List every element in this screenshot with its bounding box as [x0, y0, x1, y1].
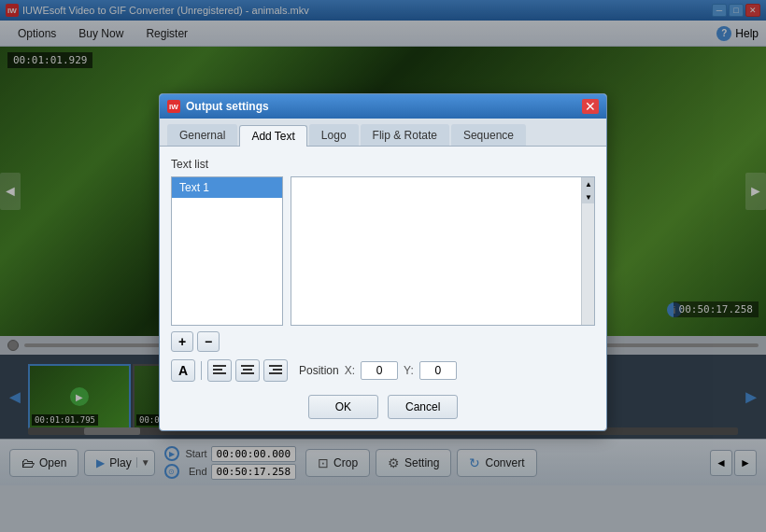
- tab-sequence[interactable]: Sequence: [451, 124, 526, 146]
- output-settings-dialog: IW Output settings ✕ Genernal Add Text L…: [159, 93, 607, 431]
- modal-tabs: Genernal Add Text Logo Flip & Rotate Seq…: [160, 119, 606, 147]
- align-left-button[interactable]: [207, 359, 232, 382]
- format-separator: [201, 361, 202, 380]
- svg-rect-8: [269, 372, 282, 374]
- svg-rect-7: [273, 369, 282, 371]
- format-controls: A: [171, 359, 595, 382]
- text-list-item-0[interactable]: Text 1: [172, 177, 282, 198]
- align-center-icon: [241, 365, 254, 376]
- svg-rect-0: [213, 365, 226, 367]
- scrollbar-down-button[interactable]: ▼: [582, 190, 595, 203]
- modal-titlebar: IW Output settings ✕: [160, 94, 606, 119]
- align-right-button[interactable]: [263, 359, 288, 382]
- modal-close-button[interactable]: ✕: [582, 99, 599, 114]
- svg-rect-6: [269, 365, 282, 367]
- scrollbar-up-button[interactable]: ▲: [582, 177, 595, 190]
- svg-rect-1: [213, 369, 222, 371]
- modal-footer: OK Cancel: [171, 395, 595, 419]
- modal-icon: IW: [167, 100, 180, 113]
- text-list-label: Text list: [171, 158, 595, 171]
- svg-rect-2: [213, 372, 226, 374]
- y-label: Y:: [404, 364, 414, 377]
- bold-button[interactable]: A: [171, 359, 195, 382]
- align-right-icon: [269, 365, 282, 376]
- y-input[interactable]: [419, 361, 457, 380]
- tab-genernal[interactable]: Genernal: [167, 124, 237, 146]
- svg-rect-5: [241, 372, 254, 374]
- tab-fliprotate[interactable]: Flip & Rotate: [361, 124, 449, 146]
- position-label: Position: [299, 364, 339, 377]
- modal-overlay: IW Output settings ✕ Genernal Add Text L…: [0, 0, 766, 532]
- svg-rect-3: [241, 365, 254, 367]
- svg-rect-4: [243, 369, 252, 371]
- text-preview[interactable]: ▲ ▼: [291, 176, 595, 326]
- align-center-button[interactable]: [235, 359, 260, 382]
- x-label: X:: [345, 364, 355, 377]
- modal-title: Output settings: [186, 100, 269, 113]
- add-text-button[interactable]: +: [171, 331, 193, 352]
- modal-body: Text list Text 1 + − ▲ ▼: [160, 147, 606, 430]
- x-input[interactable]: [361, 361, 398, 380]
- list-actions: + −: [171, 331, 283, 352]
- modal-content-area: Text 1 + − ▲ ▼: [171, 176, 595, 352]
- align-left-icon: [213, 365, 226, 376]
- text-list[interactable]: Text 1: [171, 176, 283, 326]
- ok-button[interactable]: OK: [308, 395, 378, 419]
- tab-addtext[interactable]: Add Text: [239, 125, 306, 147]
- cancel-button[interactable]: Cancel: [388, 395, 458, 419]
- tab-logo[interactable]: Logo: [309, 124, 359, 146]
- remove-text-button[interactable]: −: [197, 331, 220, 352]
- preview-scrollbar[interactable]: ▲ ▼: [581, 177, 594, 325]
